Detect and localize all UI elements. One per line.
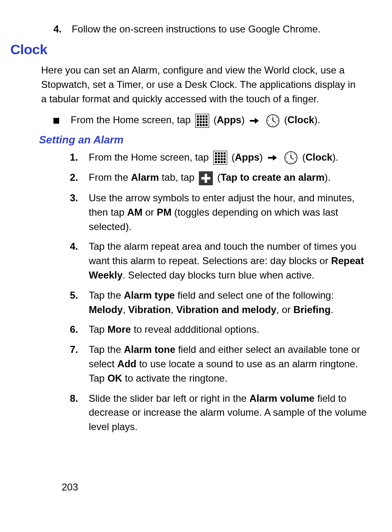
nav-instruction: From the Home screen, tap (Apps) [41, 114, 367, 128]
step-text: Follow the on-screen instructions to use… [71, 23, 321, 35]
step-body: Use the arrow symbols to enter adjust th… [89, 191, 367, 234]
orphan-step: 4. Follow the on-screen instructions to … [41, 23, 367, 36]
svg-rect-29 [215, 152, 217, 154]
arrow-right-icon [268, 154, 277, 161]
svg-line-23 [276, 117, 277, 118]
svg-rect-13 [197, 124, 199, 126]
document-page: 4. Follow the on-screen instructions to … [0, 0, 392, 532]
step-6: 6. Tap More to reveal addditional option… [70, 322, 367, 337]
steps-list: 1. From the Home screen, tap (Apps) [41, 150, 367, 434]
arrow-right-icon [250, 117, 259, 124]
svg-rect-16 [205, 124, 208, 126]
svg-rect-58 [201, 177, 210, 180]
nav-text: From the Home screen, tap (Apps) [71, 114, 321, 128]
svg-rect-5 [197, 118, 199, 120]
svg-rect-36 [224, 155, 226, 157]
step-body: Slide the slider bar left or right in th… [89, 392, 367, 434]
svg-rect-4 [205, 115, 208, 117]
svg-line-55 [291, 158, 294, 159]
svg-rect-38 [218, 158, 220, 160]
svg-rect-43 [221, 161, 223, 163]
step-1: 1. From the Home screen, tap (Apps) [70, 150, 367, 165]
svg-line-53 [294, 161, 295, 161]
step-4: 4. Tap the alarm repeat area and touch t… [70, 240, 367, 282]
step-7: 7. Tap the Alarm tone field and either s… [70, 343, 367, 385]
step-number: 5. [70, 288, 89, 317]
step-body: From the Home screen, tap (Apps) [89, 150, 367, 165]
svg-rect-35 [221, 155, 223, 157]
svg-rect-7 [203, 118, 205, 120]
svg-rect-1 [197, 115, 199, 117]
svg-rect-2 [200, 115, 202, 117]
svg-rect-31 [221, 152, 223, 154]
svg-rect-37 [215, 158, 217, 160]
step-number: 6. [70, 322, 89, 337]
apps-grid-icon [195, 114, 209, 128]
step-number: 7. [70, 343, 89, 385]
apps-grid-icon [213, 151, 227, 165]
step-number: 3. [70, 191, 89, 234]
svg-rect-39 [221, 158, 223, 160]
step-body: Tap the Alarm tone field and either sele… [89, 343, 367, 385]
svg-rect-10 [200, 121, 202, 123]
svg-rect-34 [218, 155, 220, 157]
svg-rect-33 [215, 155, 217, 157]
svg-rect-41 [215, 161, 217, 163]
svg-line-24 [269, 124, 270, 124]
square-bullet-icon [53, 118, 59, 124]
svg-rect-42 [218, 161, 220, 163]
svg-line-51 [294, 154, 295, 155]
step-number: 8. [70, 392, 89, 434]
svg-rect-3 [203, 115, 205, 117]
svg-rect-44 [224, 161, 226, 163]
section-heading: Clock [10, 41, 367, 58]
step-2: 2. From the Alarm tab, tap (Tap to creat… [70, 170, 367, 185]
step-3: 3. Use the arrow symbols to enter adjust… [70, 191, 367, 234]
subsection-heading: Setting an Alarm [39, 134, 367, 146]
page-number: 203 [62, 481, 78, 493]
svg-rect-30 [218, 152, 220, 154]
svg-line-52 [287, 161, 288, 161]
svg-rect-32 [224, 152, 226, 154]
svg-rect-11 [203, 121, 205, 123]
intro-paragraph: Here you can set an Alarm, configure and… [41, 63, 362, 106]
svg-line-22 [269, 117, 270, 118]
step-body: From the Alarm tab, tap (Tap to create a… [89, 170, 367, 185]
svg-rect-14 [200, 124, 202, 126]
step-8: 8. Slide the slider bar left or right in… [70, 392, 367, 434]
step-body: Tap More to reveal addditional options. [89, 322, 367, 337]
plus-icon [199, 171, 213, 185]
step-number: 4. [53, 23, 70, 35]
svg-rect-12 [205, 121, 208, 123]
clock-icon [284, 151, 298, 165]
svg-line-25 [276, 124, 277, 124]
svg-rect-8 [205, 118, 208, 120]
svg-line-27 [273, 121, 276, 122]
step-number: 4. [70, 240, 89, 282]
svg-rect-6 [200, 118, 202, 120]
step-body: Tap the Alarm type field and select one … [89, 288, 367, 317]
svg-rect-15 [203, 124, 205, 126]
step-5: 5. Tap the Alarm type field and select o… [70, 288, 367, 317]
svg-line-50 [287, 154, 288, 155]
step-number: 1. [70, 150, 89, 165]
svg-rect-40 [224, 158, 226, 160]
clock-icon [266, 114, 280, 128]
step-number: 2. [70, 170, 89, 185]
svg-rect-9 [197, 121, 199, 123]
step-body: Tap the alarm repeat area and touch the … [89, 240, 367, 282]
